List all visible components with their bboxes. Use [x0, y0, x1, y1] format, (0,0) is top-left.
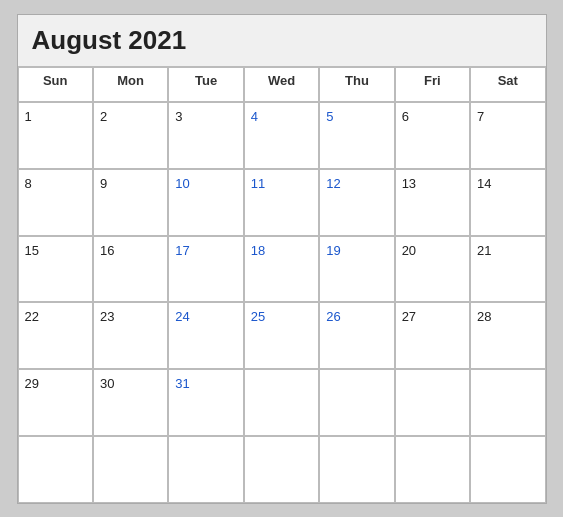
day-cell[interactable]: 4 [244, 102, 319, 169]
day-cell[interactable]: 21 [470, 236, 545, 303]
day-cell[interactable]: 2 [93, 102, 168, 169]
day-cell[interactable]: 25 [244, 302, 319, 369]
calendar: August 2021 Sun Mon Tue Wed Thu Fri Sat … [17, 14, 547, 504]
header-wed: Wed [244, 67, 319, 103]
header-tue: Tue [168, 67, 243, 103]
day-cell[interactable]: 19 [319, 236, 394, 303]
day-cell[interactable]: 1 [18, 102, 93, 169]
day-cell[interactable]: 16 [93, 236, 168, 303]
day-cell[interactable]: 12 [319, 169, 394, 236]
day-cell[interactable]: 29 [18, 369, 93, 436]
day-cell[interactable]: 7 [470, 102, 545, 169]
day-cell[interactable] [93, 436, 168, 503]
day-cell[interactable] [470, 369, 545, 436]
calendar-title: August 2021 [18, 15, 546, 67]
day-cell[interactable] [319, 369, 394, 436]
day-cell[interactable]: 31 [168, 369, 243, 436]
calendar-grid: Sun Mon Tue Wed Thu Fri Sat 1 2 3 4 5 6 … [18, 67, 546, 503]
day-cell[interactable]: 30 [93, 369, 168, 436]
day-cell[interactable] [244, 369, 319, 436]
day-cell[interactable]: 10 [168, 169, 243, 236]
day-cell[interactable]: 5 [319, 102, 394, 169]
header-fri: Fri [395, 67, 470, 103]
day-cell[interactable]: 26 [319, 302, 394, 369]
day-cell[interactable] [470, 436, 545, 503]
header-thu: Thu [319, 67, 394, 103]
day-cell[interactable] [395, 369, 470, 436]
day-cell[interactable] [18, 436, 93, 503]
day-cell[interactable]: 11 [244, 169, 319, 236]
day-cell[interactable]: 8 [18, 169, 93, 236]
day-cell[interactable]: 23 [93, 302, 168, 369]
day-cell[interactable] [319, 436, 394, 503]
day-cell[interactable]: 13 [395, 169, 470, 236]
header-sat: Sat [470, 67, 545, 103]
day-cell[interactable]: 6 [395, 102, 470, 169]
day-cell[interactable]: 22 [18, 302, 93, 369]
header-mon: Mon [93, 67, 168, 103]
day-cell[interactable] [168, 436, 243, 503]
day-cell[interactable]: 14 [470, 169, 545, 236]
day-cell[interactable]: 9 [93, 169, 168, 236]
day-cell[interactable]: 15 [18, 236, 93, 303]
day-cell[interactable]: 17 [168, 236, 243, 303]
day-cell[interactable] [244, 436, 319, 503]
day-cell[interactable]: 20 [395, 236, 470, 303]
day-cell[interactable]: 18 [244, 236, 319, 303]
day-cell[interactable] [395, 436, 470, 503]
day-cell[interactable]: 3 [168, 102, 243, 169]
day-cell[interactable]: 24 [168, 302, 243, 369]
day-cell[interactable]: 28 [470, 302, 545, 369]
day-cell[interactable]: 27 [395, 302, 470, 369]
header-sun: Sun [18, 67, 93, 103]
